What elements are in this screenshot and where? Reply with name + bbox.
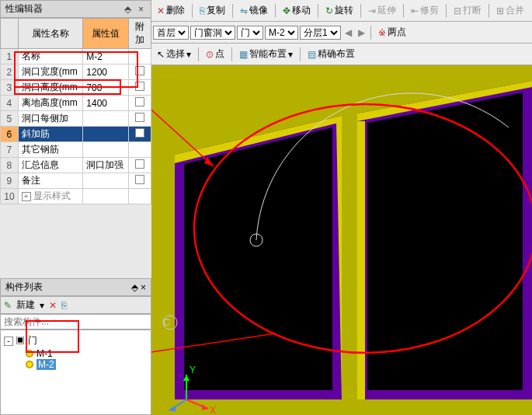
component-list-title: 构件列表 — [5, 281, 43, 294]
search-input[interactable] — [0, 314, 151, 330]
mirror-icon: ⇋ — [240, 5, 248, 16]
checkbox-icon — [135, 82, 144, 91]
table-row: 5洞口每侧加 — [1, 111, 151, 127]
select-button[interactable]: ↖选择▾ — [153, 45, 195, 63]
twopoint-icon: ※ — [378, 27, 386, 38]
panel-controls: ⬘ × — [122, 4, 146, 15]
svg-marker-18 — [169, 406, 176, 412]
svg-marker-1 — [184, 127, 332, 390]
expand-icon[interactable]: + — [22, 192, 31, 201]
move-button[interactable]: ✥移动 — [279, 2, 315, 19]
category-select[interactable]: 门窗洞 — [190, 26, 235, 40]
copy-button[interactable]: ⎘复制 — [196, 2, 229, 19]
trim-icon: ⇤ — [411, 5, 419, 16]
panel-controls: ⬘ × — [131, 282, 146, 293]
bullet-icon — [26, 361, 33, 368]
twopoint-button[interactable]: ※两点 — [374, 23, 410, 41]
table-row: 7其它钢筋 — [1, 142, 151, 158]
col-addon[interactable]: 附加 — [129, 19, 151, 49]
mirror-button[interactable]: ⇋镜像 — [236, 2, 272, 19]
tree-root[interactable]: - ▣ 门 — [4, 333, 148, 348]
merge-icon: ⊞ — [496, 5, 504, 16]
tree-item[interactable]: M-1 — [26, 348, 148, 359]
table-row: 3洞口高度(mm700 — [1, 80, 151, 96]
move-icon: ✥ — [283, 5, 290, 16]
checkbox-icon — [135, 113, 144, 122]
model-canvas: Y X C — [151, 65, 532, 415]
new-icon[interactable]: ✎ — [4, 300, 12, 311]
dropdown-icon: ▾ — [186, 49, 191, 60]
table-row: 8汇总信息洞口加强 — [1, 158, 151, 173]
bullet-icon — [26, 350, 33, 357]
toolbar-edit: ✕删除 ⎘复制 ⇋镜像 ✥移动 ↻旋转 ⇥延伸 ⇤修剪 ⊟打断 ⊞合并 — [151, 0, 532, 22]
floor-select[interactable]: 分层1 — [300, 26, 341, 40]
delete-icon: ✕ — [157, 5, 165, 16]
merge-button[interactable]: ⊞合并 — [492, 2, 528, 19]
property-editor-header: 性编辑器 ⬘ × — [0, 0, 151, 18]
nav-left-icon[interactable]: ◀ — [342, 27, 354, 38]
extend-icon: ⇥ — [368, 5, 376, 16]
svg-marker-7 — [357, 121, 365, 399]
dropdown-icon: ▾ — [288, 49, 293, 60]
table-row: 2洞口宽度(mm1200 — [1, 65, 151, 80]
new-button[interactable]: 新建 — [16, 298, 35, 312]
rotate-button[interactable]: ↻旋转 — [322, 2, 357, 19]
table-row: 9备注 — [1, 173, 151, 189]
folder-icon: ▣ — [16, 335, 25, 346]
close-icon[interactable]: × — [136, 4, 146, 15]
code-select[interactable]: M-2 — [265, 26, 298, 40]
component-tree: - ▣ 门 M-1 M-2 — [0, 330, 151, 415]
viewport-3d[interactable]: Y X C — [151, 65, 532, 415]
nav-right-icon[interactable]: ▶ — [356, 27, 367, 38]
checkbox-icon — [135, 66, 144, 75]
copy-icon[interactable]: ⎘ — [61, 300, 67, 311]
delete-button[interactable]: ✕删除 — [153, 2, 189, 19]
layer-select[interactable]: 首层 — [153, 26, 189, 40]
table-row: 4离地高度(mm1400 — [1, 96, 151, 111]
table-row-selected: 6斜加筋 — [1, 127, 151, 142]
property-table: 属性名称 属性值 附加 1名称M-2 2洞口宽度(mm1200 3洞口高度(mm… — [0, 18, 151, 204]
cursor-icon: ↖ — [157, 49, 165, 60]
point-button[interactable]: ⊙点 — [202, 45, 228, 63]
component-toolbar: ✎ 新建 ▾ ✕ ⎘ — [0, 296, 151, 314]
svg-text:Y: Y — [190, 364, 196, 375]
pin-icon[interactable]: ⬘ — [131, 282, 138, 293]
extend-button[interactable]: ⇥延伸 — [364, 2, 400, 19]
checkbox-icon — [135, 159, 144, 169]
precise-layout-button[interactable]: ▤精确布置 — [304, 45, 359, 63]
spacer — [0, 204, 151, 278]
dropdown-icon[interactable]: ▾ — [40, 300, 44, 311]
svg-marker-16 — [202, 404, 208, 410]
collapse-icon[interactable]: - — [4, 337, 13, 346]
checkbox-icon — [135, 128, 144, 138]
grid-icon: ▦ — [239, 49, 248, 60]
delete-icon[interactable]: ✕ — [49, 300, 57, 311]
checkbox-icon — [135, 175, 144, 184]
rotate-icon: ↻ — [325, 5, 333, 16]
svg-marker-5 — [367, 92, 523, 390]
table-row: 1名称M-2 — [1, 49, 151, 65]
copy-icon: ⎘ — [200, 5, 205, 16]
target-icon: ⊙ — [206, 49, 214, 60]
property-editor-title: 性编辑器 — [5, 2, 43, 16]
toolbar-nav: 首层 门窗洞 门 M-2 分层1 ◀ ▶ ※两点 — [151, 22, 532, 44]
component-list-header: 构件列表 ⬘ × — [0, 278, 151, 296]
ruler-icon: ▤ — [308, 49, 316, 60]
table-row: 10+ 显示样式 — [1, 189, 151, 204]
checkbox-icon — [135, 97, 144, 106]
smart-layout-button[interactable]: ▦智能布置▾ — [235, 45, 297, 63]
tree-item-selected[interactable]: M-2 — [26, 359, 148, 370]
trim-button[interactable]: ⇤修剪 — [407, 2, 443, 19]
svg-text:X: X — [210, 405, 216, 415]
pin-icon[interactable]: ⬘ — [122, 4, 134, 15]
close-icon[interactable]: × — [141, 282, 146, 293]
toolbar-draw: ↖选择▾ ⊙点 ▦智能布置▾ ▤精确布置 — [151, 44, 532, 65]
col-value[interactable]: 属性值 — [83, 19, 129, 49]
break-button[interactable]: ⊟打断 — [450, 2, 485, 19]
col-name[interactable]: 属性名称 — [18, 19, 83, 49]
break-icon: ⊟ — [454, 5, 461, 16]
type-select[interactable]: 门 — [237, 26, 263, 40]
